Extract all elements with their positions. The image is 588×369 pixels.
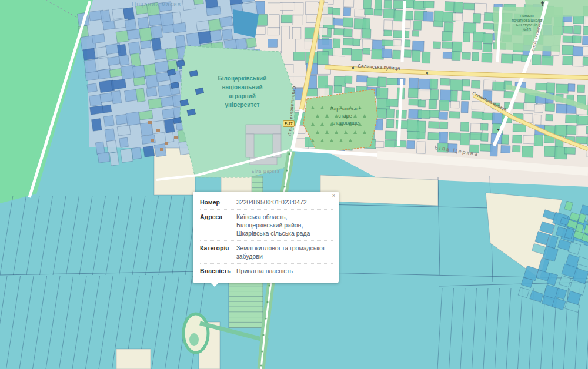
field-label: Номер xyxy=(200,198,236,206)
tree-icon xyxy=(262,334,264,336)
parcel xyxy=(117,125,131,136)
parcel xyxy=(375,141,384,147)
parcel xyxy=(418,110,431,119)
parcel xyxy=(583,46,588,56)
parcel xyxy=(362,29,371,39)
parcel xyxy=(387,78,399,85)
parcel xyxy=(89,95,102,106)
parcel xyxy=(434,11,443,22)
parcel xyxy=(490,144,497,156)
map-viewport[interactable]: Білоцерківський національний аграрний ун… xyxy=(0,0,588,369)
parcel xyxy=(583,57,588,66)
parcel xyxy=(151,26,163,39)
parcel xyxy=(143,146,155,157)
parcel-number: 3220489500:01:023:0472 xyxy=(236,198,307,206)
parcel xyxy=(173,22,186,33)
parcel xyxy=(375,0,382,10)
parcel xyxy=(222,29,233,40)
parcel xyxy=(482,53,492,63)
parcel xyxy=(292,15,303,25)
parcel xyxy=(452,42,462,52)
map-canvas[interactable] xyxy=(0,0,588,369)
building xyxy=(160,148,163,151)
parcel xyxy=(103,115,114,126)
parcel xyxy=(282,39,296,53)
parcel xyxy=(452,51,460,61)
parcel xyxy=(106,140,117,153)
popup-row-category: Категорія Землі житлової та громадської … xyxy=(200,240,333,263)
parcel xyxy=(146,88,157,97)
parcel xyxy=(442,42,453,49)
parcel xyxy=(343,8,351,16)
parcel xyxy=(306,2,319,15)
parcel xyxy=(573,46,583,56)
tree-icon xyxy=(288,153,290,155)
parcel xyxy=(159,2,172,12)
parcel xyxy=(463,3,475,10)
popup-row-ownership: Власність Приватна власність xyxy=(200,263,333,278)
parcel xyxy=(377,77,386,87)
university-campus-area xyxy=(180,46,295,177)
parcel xyxy=(280,2,295,10)
parcel xyxy=(448,143,457,152)
parcel xyxy=(534,115,541,125)
parcel xyxy=(418,100,426,108)
parcel xyxy=(385,131,397,140)
parcel xyxy=(512,145,520,152)
parcel xyxy=(430,89,438,100)
parcel xyxy=(542,56,554,66)
parcel xyxy=(573,25,581,34)
parcel xyxy=(333,18,343,25)
tree-icon xyxy=(286,169,288,171)
parcel xyxy=(483,33,493,44)
parcel xyxy=(572,36,581,43)
parcel xyxy=(483,23,494,29)
parcel xyxy=(532,54,542,65)
tree-icon xyxy=(261,350,263,352)
parcel xyxy=(449,112,460,119)
parcel xyxy=(165,132,174,143)
parcel xyxy=(98,152,110,163)
parcel xyxy=(111,90,121,103)
parcel xyxy=(155,61,169,73)
parcel xyxy=(103,21,115,30)
parcel xyxy=(473,13,480,23)
close-icon[interactable]: × xyxy=(332,193,335,199)
parcel xyxy=(492,82,506,91)
pond xyxy=(183,314,208,353)
parcel xyxy=(386,119,394,128)
parcel xyxy=(460,122,469,131)
parcel xyxy=(556,84,569,94)
parcel xyxy=(534,105,543,113)
parcel xyxy=(556,104,567,113)
parcel xyxy=(472,52,479,61)
tree-icon xyxy=(268,284,270,286)
parcel xyxy=(536,83,548,90)
parcel xyxy=(318,39,332,49)
parcel xyxy=(433,42,440,49)
parcel xyxy=(355,9,366,17)
parcel xyxy=(394,10,404,21)
parcel xyxy=(365,8,373,15)
parcel xyxy=(386,109,394,118)
parcel xyxy=(162,24,175,33)
parcel xyxy=(393,39,402,46)
parcel xyxy=(395,140,406,147)
building xyxy=(151,139,154,142)
parcel xyxy=(182,0,195,11)
parcel xyxy=(423,12,433,22)
parcel xyxy=(334,76,346,87)
parcel xyxy=(376,108,387,118)
parcel xyxy=(382,40,394,46)
parcel xyxy=(577,116,588,125)
parcel xyxy=(132,147,142,160)
field-label: Адреса xyxy=(200,213,236,237)
parcel xyxy=(502,135,509,145)
parcel xyxy=(430,79,438,89)
parcel-address: Київська область, Білоцерківський район,… xyxy=(236,213,333,237)
parcel xyxy=(396,120,408,129)
parcel xyxy=(131,53,141,66)
parcel xyxy=(112,8,125,19)
parcel xyxy=(333,8,340,15)
parcel xyxy=(512,135,522,144)
